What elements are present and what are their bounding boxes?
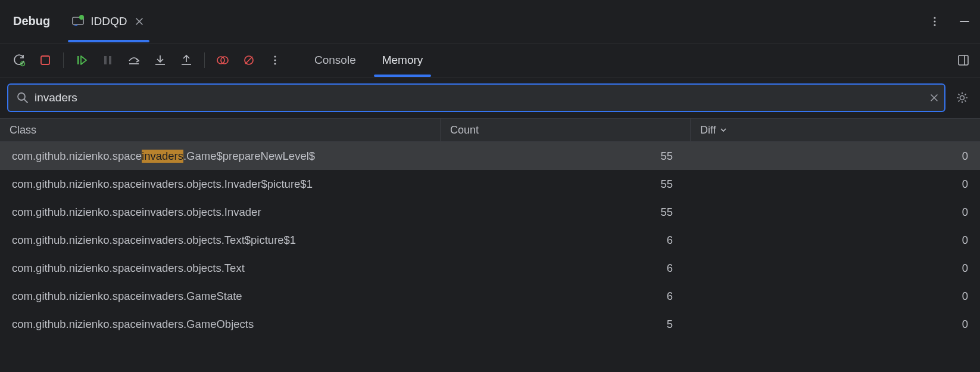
svg-point-3 xyxy=(934,20,935,22)
svg-point-15 xyxy=(274,59,276,61)
step-out-icon[interactable] xyxy=(176,49,197,71)
separator xyxy=(63,52,64,68)
cell-diff: 0 xyxy=(691,318,980,331)
table-body: com.github.nizienko.spaceinvaders.Game$p… xyxy=(0,142,980,372)
cell-count: 55 xyxy=(441,206,691,219)
cell-class: com.github.nizienko.spaceinvaders.object… xyxy=(0,178,441,191)
table-row[interactable]: com.github.nizienko.spaceinvaders.GameOb… xyxy=(0,310,980,338)
mute-breakpoints-icon[interactable] xyxy=(238,49,260,71)
toolbar-more-icon[interactable] xyxy=(264,49,286,71)
topbar-right xyxy=(925,12,974,31)
search-highlight: invaders xyxy=(142,150,183,163)
table-header: Class Count Diff xyxy=(0,118,980,142)
table-row[interactable]: com.github.nizienko.spaceinvaders.object… xyxy=(0,226,980,254)
svg-rect-9 xyxy=(104,56,107,64)
cell-class: com.github.nizienko.spaceinvaders.object… xyxy=(0,206,441,219)
close-tab-button[interactable] xyxy=(133,15,146,28)
table-row[interactable]: com.github.nizienko.spaceinvaders.object… xyxy=(0,170,980,198)
more-options-icon[interactable] xyxy=(925,12,944,31)
table-row[interactable]: com.github.nizienko.spaceinvaders.Game$p… xyxy=(0,142,980,170)
tool-window-title[interactable]: Debug xyxy=(12,0,62,42)
step-into-icon[interactable] xyxy=(149,49,171,71)
clear-search-icon[interactable] xyxy=(930,94,938,102)
stop-icon[interactable] xyxy=(35,49,56,71)
svg-point-16 xyxy=(274,63,276,64)
layout-settings-icon[interactable] xyxy=(953,49,974,71)
column-header-count[interactable]: Count xyxy=(441,119,691,141)
svg-point-14 xyxy=(274,55,276,57)
cell-count: 6 xyxy=(441,290,691,303)
svg-rect-10 xyxy=(109,56,111,64)
cell-count: 6 xyxy=(441,262,691,275)
cell-count: 6 xyxy=(441,234,691,247)
search-box[interactable] xyxy=(7,83,945,112)
pause-icon[interactable] xyxy=(97,49,118,71)
cell-class: com.github.nizienko.spaceinvaders.GameOb… xyxy=(0,318,441,331)
cell-diff: 0 xyxy=(691,290,980,303)
tool-window-header: Debug IDDQD xyxy=(0,0,980,43)
topbar-left: Debug IDDQD xyxy=(12,0,155,42)
minimize-icon[interactable] xyxy=(955,12,974,31)
cell-diff: 0 xyxy=(691,262,980,275)
sort-desc-icon xyxy=(720,124,727,137)
tab-label: IDDQD xyxy=(90,15,127,28)
step-over-icon[interactable] xyxy=(123,49,145,71)
cell-diff: 0 xyxy=(691,206,980,219)
cell-diff: 0 xyxy=(691,234,980,247)
column-header-diff-label: Diff xyxy=(700,124,716,137)
svg-point-1 xyxy=(79,15,84,20)
cell-count: 55 xyxy=(441,150,691,163)
cell-class: com.github.nizienko.spaceinvaders.GameSt… xyxy=(0,290,441,303)
application-icon xyxy=(71,15,85,28)
svg-point-6 xyxy=(22,63,23,64)
column-header-class[interactable]: Class xyxy=(0,119,441,141)
svg-point-2 xyxy=(934,17,935,18)
tab-console[interactable]: Console xyxy=(301,44,369,77)
svg-rect-8 xyxy=(77,56,79,64)
sub-tabs: Console Memory xyxy=(301,44,436,77)
cell-class: com.github.nizienko.spaceinvaders.object… xyxy=(0,262,441,275)
table-row[interactable]: com.github.nizienko.spaceinvaders.object… xyxy=(0,254,980,282)
separator xyxy=(204,52,205,68)
cell-diff: 0 xyxy=(691,178,980,191)
memory-settings-icon[interactable] xyxy=(951,87,973,108)
toolbar-right xyxy=(953,49,974,71)
cell-class: com.github.nizienko.spaceinvaders.object… xyxy=(0,234,441,247)
cell-count: 55 xyxy=(441,178,691,191)
table-row[interactable]: com.github.nizienko.spaceinvaders.GameSt… xyxy=(0,282,980,310)
svg-point-4 xyxy=(934,24,935,26)
search-icon xyxy=(17,92,29,104)
search-input[interactable] xyxy=(35,91,930,104)
cell-class: com.github.nizienko.spaceinvaders.Game$p… xyxy=(0,150,441,163)
run-config-tab[interactable]: IDDQD xyxy=(62,0,155,42)
rerun-icon[interactable] xyxy=(8,49,30,71)
search-row xyxy=(0,78,980,118)
table-row[interactable]: com.github.nizienko.spaceinvaders.object… xyxy=(0,198,980,226)
svg-point-18 xyxy=(18,93,25,100)
tab-memory[interactable]: Memory xyxy=(369,44,436,77)
view-breakpoints-icon[interactable] xyxy=(212,49,233,71)
column-header-diff[interactable]: Diff xyxy=(691,119,980,141)
svg-rect-7 xyxy=(41,56,49,64)
cell-diff: 0 xyxy=(691,150,980,163)
debug-toolbar: Console Memory xyxy=(0,43,980,78)
cell-count: 5 xyxy=(441,318,691,331)
svg-rect-17 xyxy=(959,55,968,65)
resume-icon[interactable] xyxy=(71,49,92,71)
svg-point-19 xyxy=(960,96,965,100)
